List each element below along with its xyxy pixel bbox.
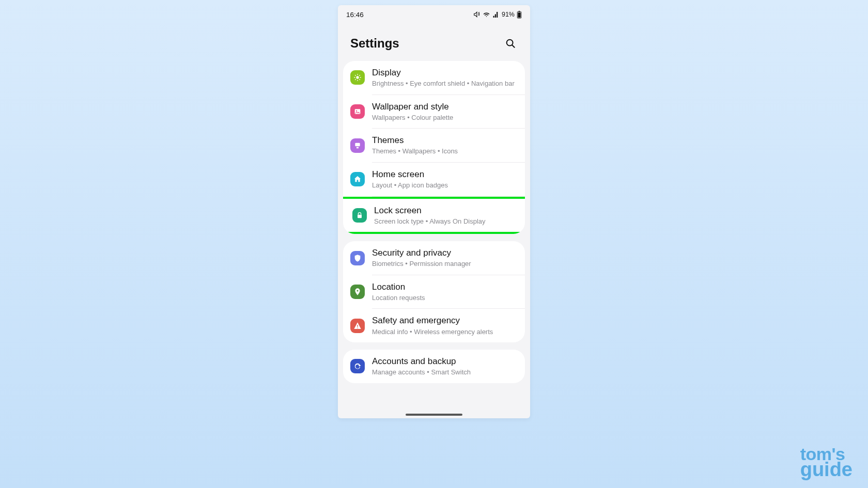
item-title: Themes [372, 135, 517, 146]
svg-line-13 [359, 75, 360, 76]
item-title: Safety and emergency [372, 315, 517, 326]
settings-group: DisplayBrightness • Eye comfort shield •… [343, 61, 525, 234]
svg-point-21 [357, 327, 358, 328]
mute-icon [473, 11, 481, 18]
item-title: Home screen [372, 169, 517, 180]
search-icon [505, 38, 516, 49]
wifi-icon [483, 11, 490, 18]
shield-icon [350, 251, 365, 265]
item-text: ThemesThemes • Wallpapers • Icons [372, 135, 517, 156]
svg-rect-2 [518, 12, 520, 18]
watermark-logo: tom's guide [800, 446, 853, 479]
home-icon [350, 172, 365, 186]
watermark-line2: guide [800, 460, 853, 479]
item-text: Lock screenScreen lock type • Always On … [374, 205, 515, 226]
themes-icon [350, 138, 365, 153]
battery-percent: 91% [502, 11, 515, 18]
settings-group: Accounts and backupManage accounts • Sma… [343, 350, 525, 383]
sync-icon [350, 359, 365, 373]
settings-item-safety[interactable]: Safety and emergencyMedical info • Wirel… [343, 309, 525, 342]
svg-rect-1 [519, 11, 520, 12]
svg-point-19 [357, 290, 358, 292]
item-subtitle: Medical info • Wireless emergency alerts [372, 327, 517, 337]
nav-bar-indicator [406, 414, 462, 416]
status-icons: 91% [473, 11, 522, 19]
svg-rect-18 [358, 215, 362, 218]
image-icon [350, 104, 365, 119]
item-title: Lock screen [374, 205, 515, 216]
pin-icon [350, 285, 365, 299]
svg-line-4 [512, 45, 515, 48]
settings-group: Security and privacyBiometrics • Permiss… [343, 241, 525, 342]
signal-icon [492, 11, 500, 18]
svg-point-3 [507, 40, 513, 46]
lock-icon [352, 208, 367, 223]
svg-rect-17 [357, 147, 359, 148]
item-text: LocationLocation requests [372, 281, 517, 303]
settings-item-security[interactable]: Security and privacyBiometrics • Permiss… [343, 241, 525, 275]
svg-line-11 [359, 80, 360, 80]
alert-icon [350, 319, 365, 333]
item-subtitle: Layout • App icon badges [372, 181, 517, 190]
svg-point-15 [356, 111, 357, 112]
status-bar: 16:46 91% [338, 5, 530, 24]
item-subtitle: Location requests [372, 293, 517, 303]
item-subtitle: Manage accounts • Smart Switch [372, 368, 517, 377]
status-time: 16:46 [346, 11, 364, 19]
settings-item-location[interactable]: LocationLocation requests [343, 275, 525, 309]
item-text: Security and privacyBiometrics • Permiss… [372, 247, 517, 269]
item-title: Accounts and backup [372, 356, 517, 367]
item-title: Location [372, 281, 517, 293]
item-text: Accounts and backupManage accounts • Sma… [372, 356, 517, 377]
item-subtitle: Biometrics • Permission manager [372, 259, 517, 269]
settings-header: Settings [338, 24, 530, 61]
item-title: Wallpaper and style [372, 101, 517, 113]
settings-item-lock[interactable]: Lock screenScreen lock type • Always On … [343, 199, 525, 232]
battery-icon [517, 11, 522, 19]
svg-rect-16 [355, 143, 360, 146]
item-text: Wallpaper and styleWallpapers • Colour p… [372, 101, 517, 122]
settings-item-wallpaper[interactable]: Wallpaper and styleWallpapers • Colour p… [343, 95, 525, 129]
item-subtitle: Brightness • Eye comfort shield • Naviga… [372, 79, 517, 88]
settings-item-home[interactable]: Home screenLayout • App icon badges [343, 163, 525, 196]
svg-line-10 [355, 75, 355, 76]
settings-item-themes[interactable]: ThemesThemes • Wallpapers • Icons [343, 129, 525, 162]
item-text: Home screenLayout • App icon badges [372, 169, 517, 190]
item-subtitle: Themes • Wallpapers • Icons [372, 147, 517, 156]
svg-point-5 [356, 76, 359, 79]
settings-item-display[interactable]: DisplayBrightness • Eye comfort shield •… [343, 61, 525, 95]
item-title: Security and privacy [372, 247, 517, 259]
search-button[interactable] [503, 36, 518, 51]
sun-icon [350, 70, 365, 85]
page-title: Settings [350, 36, 399, 51]
item-text: Safety and emergencyMedical info • Wirel… [372, 315, 517, 336]
item-title: Display [372, 67, 517, 78]
settings-list: DisplayBrightness • Eye comfort shield •… [338, 61, 530, 383]
item-subtitle: Wallpapers • Colour palette [372, 113, 517, 122]
item-subtitle: Screen lock type • Always On Display [374, 217, 515, 226]
svg-rect-20 [357, 325, 358, 327]
phone-frame: 16:46 91% Settings DisplayBrightness • E… [338, 5, 530, 418]
svg-line-12 [355, 80, 355, 80]
item-text: DisplayBrightness • Eye comfort shield •… [372, 67, 517, 88]
settings-item-accounts[interactable]: Accounts and backupManage accounts • Sma… [343, 350, 525, 383]
highlight-box: Lock screenScreen lock type • Always On … [343, 197, 525, 234]
